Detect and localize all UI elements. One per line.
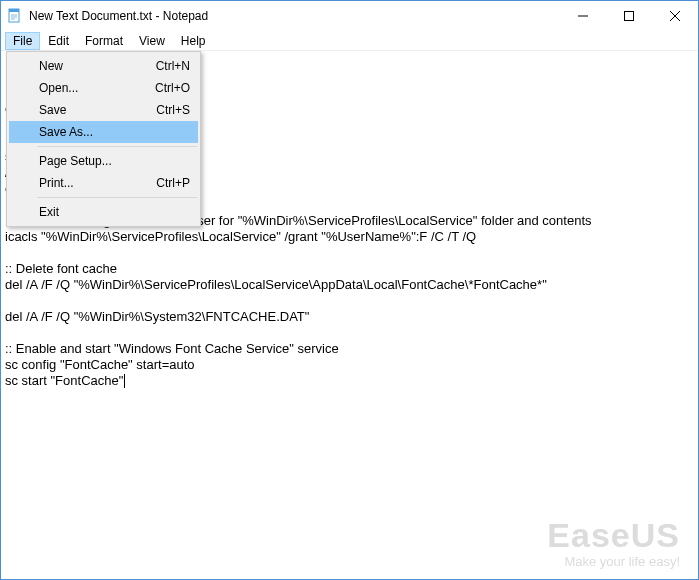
menu-item-label: Exit bbox=[39, 205, 190, 219]
menu-item-shortcut: Ctrl+S bbox=[156, 103, 190, 117]
file-dropdown: NewCtrl+NOpen...Ctrl+OSaveCtrl+SSave As.… bbox=[6, 51, 201, 227]
menu-item-save-as[interactable]: Save As... bbox=[9, 121, 198, 143]
menu-item-print[interactable]: Print...Ctrl+P bbox=[9, 172, 198, 194]
editor-line bbox=[5, 245, 694, 261]
menu-item-label: Save As... bbox=[39, 125, 190, 139]
notepad-icon bbox=[7, 8, 23, 24]
title-bar: New Text Document.txt - Notepad bbox=[1, 1, 698, 31]
editor-line: del /A /F /Q "%WinDir%\ServiceProfiles\L… bbox=[5, 277, 694, 293]
menu-item-label: Print... bbox=[39, 176, 156, 190]
menu-item-shortcut: Ctrl+P bbox=[156, 176, 190, 190]
menu-item-open[interactable]: Open...Ctrl+O bbox=[9, 77, 198, 99]
menu-item-shortcut: Ctrl+O bbox=[155, 81, 190, 95]
menu-file[interactable]: File bbox=[5, 32, 40, 50]
menu-edit[interactable]: Edit bbox=[40, 32, 77, 50]
editor-line: sc config "FontCache" start=auto bbox=[5, 357, 694, 373]
text-cursor bbox=[124, 374, 125, 388]
menu-item-save[interactable]: SaveCtrl+S bbox=[9, 99, 198, 121]
editor-line: :: Delete font cache bbox=[5, 261, 694, 277]
menu-item-label: New bbox=[39, 59, 156, 73]
menu-bar: File Edit Format View Help bbox=[1, 31, 698, 51]
minimize-button[interactable] bbox=[560, 1, 606, 31]
menu-item-new[interactable]: NewCtrl+N bbox=[9, 55, 198, 77]
menu-item-shortcut: Ctrl+N bbox=[156, 59, 190, 73]
window-title: New Text Document.txt - Notepad bbox=[29, 9, 560, 23]
close-button[interactable] bbox=[652, 1, 698, 31]
maximize-button[interactable] bbox=[606, 1, 652, 31]
menu-view[interactable]: View bbox=[131, 32, 173, 50]
menu-item-page-setup[interactable]: Page Setup... bbox=[9, 150, 198, 172]
editor-line bbox=[5, 293, 694, 309]
svg-rect-6 bbox=[625, 12, 634, 21]
menu-item-exit[interactable]: Exit bbox=[9, 201, 198, 223]
menu-item-label: Open... bbox=[39, 81, 155, 95]
editor-line: icacls "%WinDir%\ServiceProfiles\LocalSe… bbox=[5, 229, 694, 245]
menu-separator bbox=[37, 197, 197, 198]
menu-separator bbox=[37, 146, 197, 147]
editor-line: sc start "FontCache" bbox=[5, 373, 694, 389]
svg-rect-1 bbox=[9, 9, 19, 12]
menu-help[interactable]: Help bbox=[173, 32, 214, 50]
menu-item-label: Page Setup... bbox=[39, 154, 190, 168]
menu-item-label: Save bbox=[39, 103, 156, 117]
menu-format[interactable]: Format bbox=[77, 32, 131, 50]
editor-line: :: Enable and start "Windows Font Cache … bbox=[5, 341, 694, 357]
window-controls bbox=[560, 1, 698, 31]
editor-line: del /A /F /Q "%WinDir%\System32\FNTCACHE… bbox=[5, 309, 694, 325]
editor-line bbox=[5, 325, 694, 341]
